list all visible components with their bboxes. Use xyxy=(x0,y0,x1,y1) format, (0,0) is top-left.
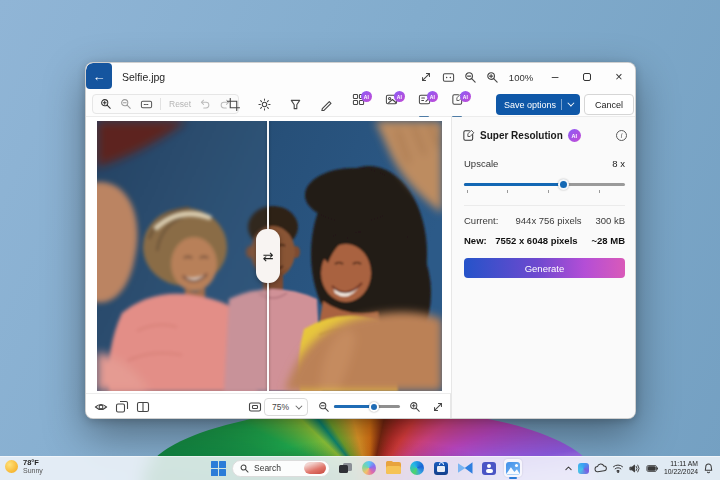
window-title: Selfie.jpg xyxy=(122,63,165,91)
crop-tool-button[interactable] xyxy=(223,94,243,114)
generate-button[interactable]: Generate xyxy=(464,258,625,278)
split-view-button[interactable] xyxy=(134,398,152,416)
fit-to-window-button[interactable] xyxy=(137,95,155,113)
canvas-zoom-out-button[interactable] xyxy=(117,95,135,113)
windows-logo-icon xyxy=(219,461,226,468)
zoom-level-value[interactable]: 100% xyxy=(503,72,539,83)
compare-layers-icon xyxy=(115,400,129,414)
one-to-one-icon xyxy=(442,71,455,84)
network-button[interactable] xyxy=(612,463,624,473)
volume-button[interactable] xyxy=(629,463,641,474)
compare-button[interactable] xyxy=(113,398,131,416)
clock-date: 10/22/2024 xyxy=(664,468,698,476)
expand-diagonal-icon xyxy=(420,71,432,83)
copilot-button[interactable] xyxy=(360,459,378,477)
slider-tick xyxy=(467,190,468,193)
photos-icon xyxy=(506,462,520,475)
canvas-zoom-in-button[interactable] xyxy=(97,95,115,113)
ai-badge: AI xyxy=(361,91,372,102)
view-zoom-slider[interactable] xyxy=(334,405,400,409)
actual-size-button[interactable] xyxy=(437,65,459,89)
taskbar-center: Search xyxy=(210,458,522,478)
zoom-in-icon xyxy=(100,98,112,110)
filter-tool-button[interactable] xyxy=(285,94,305,114)
teams-icon xyxy=(482,462,496,475)
start-button[interactable] xyxy=(210,460,226,476)
fit-screen-icon xyxy=(248,400,262,414)
fullscreen-button[interactable] xyxy=(415,65,437,89)
new-size-row: New: 7552 x 6048 pixels ~28 MB xyxy=(452,235,636,246)
windows-logo-icon xyxy=(211,469,218,476)
panel-title: Super Resolution xyxy=(480,130,563,141)
view-zoom-in-button[interactable] xyxy=(406,398,424,416)
panel-divider xyxy=(464,205,625,206)
zoom-out-icon xyxy=(464,71,477,84)
current-label: Current: xyxy=(464,215,498,226)
view-tools-group: Reset xyxy=(92,94,239,114)
notifications-button[interactable] xyxy=(703,463,714,474)
info-icon[interactable]: i xyxy=(616,130,627,141)
upscale-label: Upscale xyxy=(464,158,498,169)
weather-temp: 78°F xyxy=(23,458,43,467)
close-button[interactable]: × xyxy=(603,63,635,91)
clock[interactable]: 11:11 AM 10/22/2024 xyxy=(664,460,698,477)
fit-to-window-icon xyxy=(140,98,153,111)
canvas-fullscreen-button[interactable] xyxy=(429,398,447,416)
photos-app-button[interactable] xyxy=(504,459,522,477)
view-zoom-out-button[interactable] xyxy=(315,398,333,416)
super-resolution-button[interactable]: AI xyxy=(447,93,467,115)
chevron-down-icon xyxy=(295,402,302,409)
back-button[interactable]: ← xyxy=(86,63,112,89)
ai-enhance-button[interactable]: AI xyxy=(348,93,368,115)
zoom-in-icon xyxy=(409,401,421,413)
adjustment-tool-button[interactable] xyxy=(254,94,274,114)
tray-widget-icon xyxy=(578,463,589,474)
edge-browser-button[interactable] xyxy=(408,459,426,477)
weather-condition: Sunny xyxy=(23,467,43,475)
minimize-button[interactable]: – xyxy=(539,63,571,91)
battery-button[interactable] xyxy=(646,464,659,473)
super-resolution-icon xyxy=(462,129,475,142)
comparison-slider-handle[interactable]: ⇄ xyxy=(256,229,280,283)
cancel-button[interactable]: Cancel xyxy=(584,94,634,115)
eye-icon xyxy=(94,400,108,414)
search-placeholder: Search xyxy=(254,463,281,473)
reset-button[interactable]: Reset xyxy=(166,99,194,109)
save-options-button[interactable]: Save options xyxy=(496,94,580,115)
sun-icon xyxy=(5,460,18,473)
split-columns-icon xyxy=(136,400,150,414)
slider-thumb[interactable] xyxy=(369,402,379,412)
undo-button[interactable] xyxy=(196,95,214,113)
ai-background-button[interactable]: AI xyxy=(381,93,401,115)
tray-overflow-button[interactable] xyxy=(564,464,573,473)
fit-image-button[interactable] xyxy=(246,398,264,416)
ai-erase-button[interactable]: AI xyxy=(414,93,434,115)
markup-tool-button[interactable] xyxy=(316,94,336,114)
zoom-percent-value: 75% xyxy=(272,402,289,412)
pinned-app-button[interactable] xyxy=(456,459,474,477)
onedrive-button[interactable] xyxy=(594,463,607,474)
chevron-down-icon xyxy=(567,100,574,107)
button-separator xyxy=(561,99,562,110)
search-highlight-thumbnail xyxy=(304,462,326,474)
file-explorer-button[interactable] xyxy=(384,459,402,477)
generate-label: Generate xyxy=(525,263,565,274)
upscale-slider[interactable] xyxy=(464,179,625,193)
teams-button[interactable] xyxy=(480,459,498,477)
new-filesize: ~28 MB xyxy=(578,235,625,246)
microsoft-store-button[interactable] xyxy=(432,459,450,477)
show-original-button[interactable] xyxy=(92,398,110,416)
weather-widget[interactable]: 78°F Sunny xyxy=(5,458,43,475)
slider-thumb[interactable] xyxy=(558,179,569,190)
maximize-button[interactable] xyxy=(571,63,603,91)
task-view-button[interactable] xyxy=(336,459,354,477)
zoom-percent-dropdown[interactable]: 75% xyxy=(264,398,308,416)
copilot-icon xyxy=(362,461,376,475)
zoom-out-button[interactable] xyxy=(459,65,481,89)
taskbar-search-box[interactable]: Search xyxy=(232,460,330,477)
slider-tick xyxy=(599,190,600,193)
zoom-in-button[interactable] xyxy=(481,65,503,89)
tray-app-button[interactable] xyxy=(578,463,589,474)
folder-icon xyxy=(386,462,401,474)
slider-fill xyxy=(334,405,374,408)
